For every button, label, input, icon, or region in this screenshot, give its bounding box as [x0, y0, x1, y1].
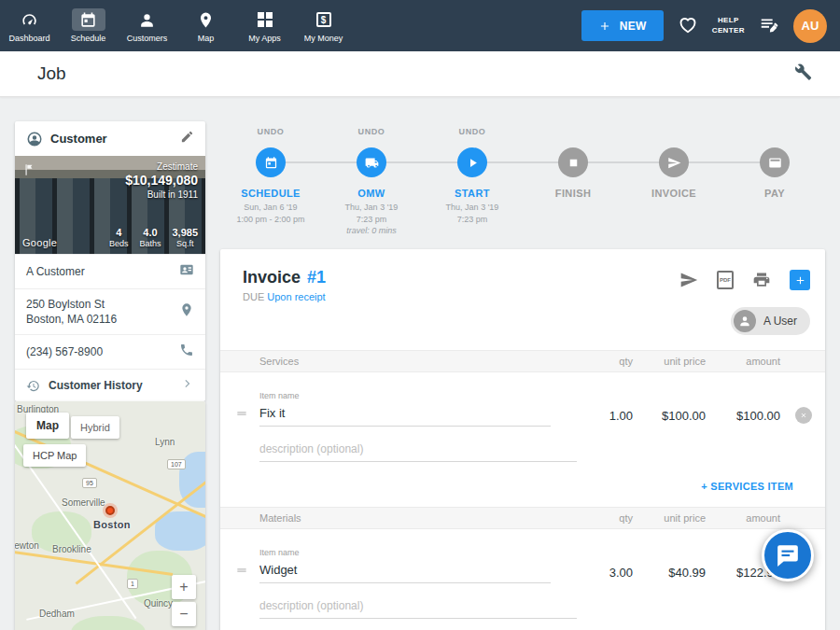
google-watermark: Google: [22, 237, 57, 248]
item-name-label: Item name: [259, 391, 300, 400]
customer-name-row: A Customer: [15, 254, 205, 288]
finish-step-circle[interactable]: [558, 147, 588, 177]
property-stats: 4Beds 4.0Baths 3,985Sq.ft: [109, 227, 198, 248]
undo-omw-button[interactable]: UNDO: [321, 127, 422, 138]
address-line2: Boston, MA 02116: [26, 312, 179, 327]
zoom-out-button[interactable]: −: [172, 602, 196, 626]
invoice-number[interactable]: #1: [307, 268, 326, 287]
material-item-name-input[interactable]: [259, 561, 551, 583]
location-pin-icon[interactable]: [179, 302, 194, 321]
map-label-lynn: Lynn: [155, 437, 175, 447]
nav-item-dashboard[interactable]: Dashboard: [0, 0, 59, 51]
pay-step-circle[interactable]: [760, 147, 790, 177]
qty-column-header: qty: [567, 512, 633, 524]
map-label-quincy: Quincy: [144, 598, 173, 609]
nav-item-map[interactable]: Map: [176, 0, 235, 51]
zestimate-label: Zestimate: [125, 161, 198, 172]
zoom-in-button[interactable]: +: [172, 575, 196, 599]
service-item-qty[interactable]: 1.00: [567, 409, 633, 423]
materials-section-header: Materials qty unit price amount: [220, 507, 825, 529]
dashboard-icon: [13, 8, 47, 31]
customer-name: A Customer: [26, 264, 179, 279]
job-location-marker[interactable]: [105, 506, 115, 515]
contact-card-icon[interactable]: [179, 262, 194, 281]
x-icon: [800, 412, 807, 419]
material-item-row: 3.00 $40.99 $122.97: [220, 561, 825, 583]
start-step-circle[interactable]: [457, 147, 487, 177]
invoice-title: Invoice: [243, 268, 301, 287]
map-type-button-hybrid[interactable]: Hybrid: [71, 416, 119, 439]
add-materials-item-link[interactable]: + MATERIALS ITEM: [220, 619, 825, 630]
chevron-right-icon: [181, 377, 194, 394]
schedule-step-circle[interactable]: [256, 147, 286, 177]
route-shield-95: 95: [82, 478, 97, 488]
map-card: Burlington Lynn Somerville Boston Newton…: [15, 401, 205, 630]
phone-icon[interactable]: [179, 343, 194, 361]
nav-label: Customers: [127, 34, 168, 43]
due-value-link[interactable]: Upon receipt: [267, 291, 325, 302]
route-shield-107: 107: [167, 459, 186, 469]
user-avatar[interactable]: AU: [793, 9, 827, 43]
step-start: UNDO START Thu, Jan 3 '19 7:23 pm: [422, 127, 523, 237]
edit-pencil-icon[interactable]: [180, 130, 194, 147]
send-invoice-icon[interactable]: [679, 271, 698, 289]
customer-address: 250 Boylston St Boston, MA 02116: [26, 297, 179, 327]
assigned-user-chip[interactable]: A User: [731, 307, 810, 335]
customer-card-header: Customer: [15, 121, 205, 156]
service-item-amount: $100.00: [706, 409, 780, 423]
map-label-brookline: Brookline: [52, 544, 91, 554]
undo-start-button[interactable]: UNDO: [422, 127, 523, 138]
drag-handle-icon[interactable]: [235, 564, 259, 581]
apps-grid-icon: [248, 8, 282, 31]
map-type-button-hcp[interactable]: HCP Map: [23, 444, 86, 467]
map-canvas[interactable]: Burlington Lynn Somerville Boston Newton…: [15, 401, 205, 630]
material-item-unit-price[interactable]: $40.99: [633, 566, 706, 580]
job-progress-stepper: UNDO SCHEDULE Sun, Jan 6 '19 1:00 pm - 2…: [220, 127, 825, 230]
add-invoice-button[interactable]: [790, 270, 810, 290]
step-schedule: UNDO SCHEDULE Sun, Jan 6 '19 1:00 pm - 2…: [220, 127, 321, 237]
truck-icon: [365, 156, 379, 170]
qty-column-header: qty: [567, 356, 633, 367]
invoice-step-circle[interactable]: [659, 147, 689, 177]
print-icon[interactable]: [752, 271, 771, 289]
nav-item-schedule[interactable]: Schedule: [59, 0, 118, 51]
nav-item-customers[interactable]: Customers: [118, 0, 176, 51]
drag-handle-icon[interactable]: [235, 407, 259, 424]
edit-list-icon[interactable]: [759, 14, 779, 38]
invoice-actions: PDF: [679, 270, 810, 290]
customers-icon: [131, 8, 164, 31]
map-pin-icon: [189, 8, 223, 31]
services-title: Services: [235, 356, 567, 367]
plus-icon: [794, 274, 806, 287]
new-button[interactable]: NEW: [581, 10, 664, 41]
step-invoice: INVOICE: [623, 127, 724, 237]
map-type-button-map[interactable]: Map: [26, 413, 69, 439]
unit-price-column-header: unit price: [633, 356, 706, 367]
add-services-item-link[interactable]: + SERVICES ITEM: [220, 462, 825, 507]
material-item-description-input[interactable]: [259, 597, 577, 619]
map-label-boston: Boston: [93, 519, 131, 530]
undo-schedule-button[interactable]: UNDO: [220, 127, 321, 138]
chat-bubble-button[interactable]: [762, 529, 814, 581]
service-item-description-input[interactable]: [259, 441, 577, 462]
stop-icon: [567, 156, 581, 170]
help-center-button[interactable]: HELP CENTER: [712, 16, 745, 35]
customer-history-row[interactable]: Customer History: [15, 369, 205, 401]
service-item-name-input[interactable]: [259, 404, 551, 427]
map-label-newton: Newton: [15, 540, 39, 551]
baths-value: 4.0: [139, 227, 161, 238]
heart-icon[interactable]: [678, 14, 698, 38]
remove-service-item-button[interactable]: [795, 407, 812, 424]
job-tools-icon[interactable]: [793, 63, 812, 85]
pdf-icon[interactable]: PDF: [717, 271, 734, 289]
zestimate-value: $10,149,080: [125, 173, 198, 188]
service-item-unit-price[interactable]: $100.00: [633, 409, 706, 423]
nav-item-my-apps[interactable]: My Apps: [235, 0, 294, 51]
start-date: Thu, Jan 3 '19 7:23 pm: [422, 202, 523, 225]
content: Customer Zestimate $10,149,080 Built in …: [0, 97, 840, 630]
omw-step-circle[interactable]: [357, 147, 386, 177]
schedule-date: Sun, Jan 6 '19 1:00 pm - 2:00 pm: [220, 202, 321, 225]
beds-value: 4: [109, 227, 129, 238]
nav-item-my-money[interactable]: $ My Money: [294, 0, 353, 51]
material-item-qty[interactable]: 3.00: [567, 566, 633, 580]
